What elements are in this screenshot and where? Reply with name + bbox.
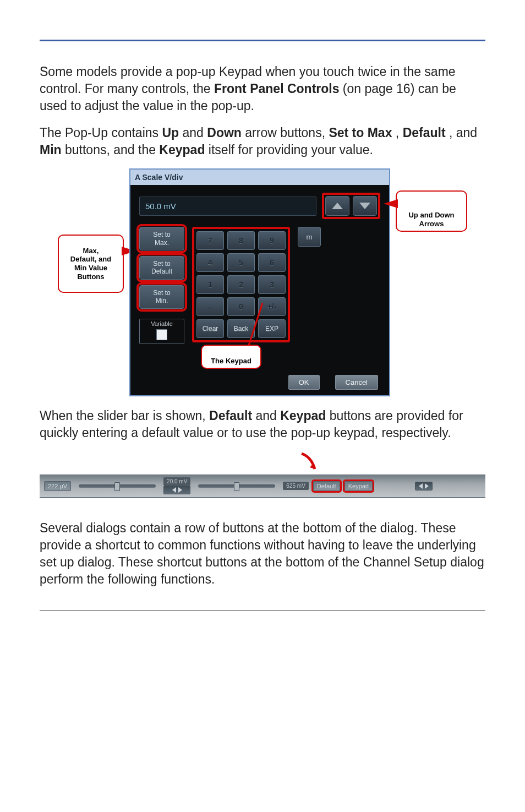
slider-bar: 222 µV 20.0 mV 625 mV Default Keypad [40,475,485,498]
callout-text: The Keypad [211,357,251,365]
text: and [183,126,207,140]
slider-stepper-1[interactable] [163,486,190,494]
value-display[interactable]: 50.0 mV [139,197,316,216]
key-6[interactable]: 6 [258,253,286,272]
text-bold: Keypad [280,408,326,423]
down-arrow-button[interactable] [353,196,377,216]
callout-text: Up and Down Arrows [408,211,454,228]
arrow-buttons-group [322,193,380,219]
paragraph-1: Some models provide a pop-up Keypad when… [40,63,485,115]
text-bold: Up [162,126,179,140]
key-7[interactable]: 7 [196,231,224,250]
text-bold: Min [40,143,62,157]
chevron-right-icon [178,487,182,493]
set-to-min-button[interactable]: Set to Min. [139,285,184,309]
slider-stepper-2[interactable] [415,482,433,491]
text: , [396,126,403,140]
text: buttons, and the [65,143,159,157]
slider-track-1[interactable] [79,484,156,488]
cancel-button[interactable]: Cancel [335,375,378,390]
text: When the slider bar is shown, [40,408,209,423]
slider-default-button[interactable]: Default [313,481,340,491]
dialog-title: A Scale V/div [130,170,389,185]
chevron-down-icon [359,203,370,209]
text: arrow buttons, [245,126,329,140]
text-bold: Keypad [159,143,205,157]
callout-pointer [384,199,398,208]
text-bold: Front Panel Controls [214,81,339,96]
text: and [255,408,280,423]
chevron-left-icon [172,487,176,493]
text-bold: Default [209,408,252,423]
paragraph-2: The Pop-Up contains Up and Down arrow bu… [40,124,485,159]
key-0[interactable]: 0 [227,297,255,316]
set-to-max-button[interactable]: Set to Max. [139,227,184,250]
slider-value-2: 625 mV [283,482,308,490]
key-2[interactable]: 2 [227,275,255,294]
variable-checkbox[interactable] [156,329,167,340]
variable-label: Variable [151,320,173,327]
key-1[interactable]: 1 [196,275,224,294]
callout-up-down-arrows: Up and Down Arrows [396,190,467,231]
chevron-left-icon [419,483,423,489]
top-divider [40,40,485,41]
set-to-default-button[interactable]: Set to Default [139,256,184,280]
key-4[interactable]: 4 [196,253,224,272]
slider-value-1: 20.0 mV [163,477,190,486]
callout-min-default-max: Max, Default, and Min Value Buttons [58,235,124,293]
variable-toggle[interactable]: Variable [139,319,184,344]
callout-text: Max, Default, and Min Value Buttons [70,247,111,281]
key-exp[interactable]: EXP [258,319,286,338]
paragraph-4: Several dialogs contain a row of buttons… [40,520,485,588]
callout-keypad: The Keypad [201,345,261,368]
paragraph-3: When the slider bar is shown, Default an… [40,407,485,442]
slider-min-chip[interactable]: 222 µV [44,481,71,491]
up-arrow-button[interactable] [325,196,349,216]
text: , and [449,126,477,140]
figure-slider-bar: 222 µV 20.0 mV 625 mV Default Keypad [40,451,485,498]
text-bold: Default [403,126,446,140]
key-plus-minus[interactable]: +/- [258,297,286,316]
key-8[interactable]: 8 [227,231,255,250]
text-bold: Set to Max [329,126,392,140]
chevron-up-icon [332,203,343,209]
slider-track-2[interactable] [198,484,275,488]
key-dot[interactable]: . [196,297,224,316]
bottom-divider [40,610,485,611]
red-arrow-icon [298,451,320,473]
key-clear[interactable]: Clear [196,319,224,338]
key-3[interactable]: 3 [258,275,286,294]
ok-button[interactable]: OK [288,375,320,390]
text: The Pop-Up contains [40,126,162,140]
unit-m-button[interactable]: m [298,227,321,247]
text-bold: Down [207,126,242,140]
keypad: 7 8 9 4 5 6 1 2 3 . 0 +/- Clear [192,227,290,342]
slider-keypad-button[interactable]: Keypad [344,481,373,491]
chevron-right-icon [425,483,429,489]
key-5[interactable]: 5 [227,253,255,272]
text: itself for providing your value. [209,143,373,157]
figure-keypad-dialog: Max, Default, and Min Value Buttons A Sc… [40,168,485,396]
key-9[interactable]: 9 [258,231,286,250]
dialog-wrapper: A Scale V/div 50.0 mV Set to Max. Set to… [129,168,390,396]
